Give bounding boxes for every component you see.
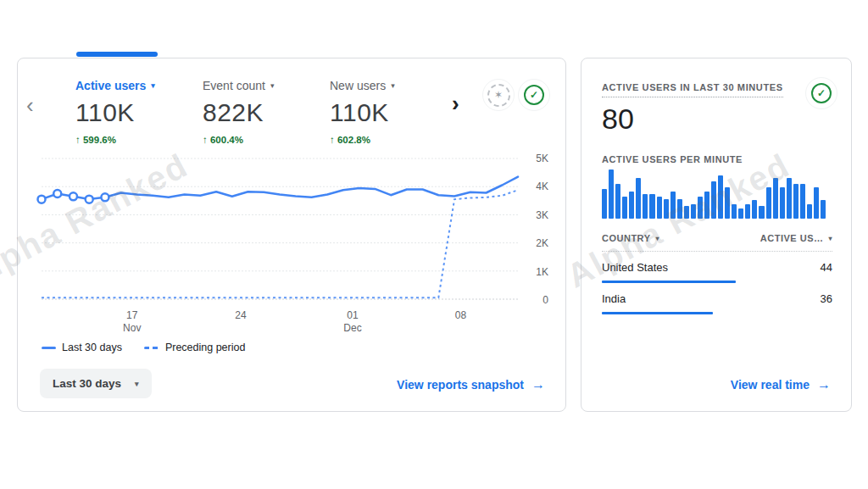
realtime-card: ACTIVE USERS IN LAST 30 MINUTES ✓ 80 ACT… xyxy=(581,58,852,412)
prev-metrics-chevron-icon[interactable]: ‹ xyxy=(26,94,34,116)
minute-bar xyxy=(622,197,627,219)
country-name: United States xyxy=(602,261,668,274)
chevron-down-icon: ▾ xyxy=(391,81,395,90)
legend-preceding-period: Preceding period xyxy=(144,342,246,353)
dashed-line-swatch-icon xyxy=(144,347,159,349)
minute-bar xyxy=(643,194,648,219)
minute-bar xyxy=(821,200,826,219)
minute-bar xyxy=(615,184,620,219)
chart-legend: Last 30 days Preceding period xyxy=(42,342,245,353)
minute-bar xyxy=(629,192,634,219)
insights-icon: ✶ xyxy=(487,84,510,107)
minute-bar xyxy=(725,187,730,219)
minute-bar xyxy=(718,175,723,219)
per-minute-bar-chart xyxy=(602,169,826,219)
metric-label: Active users xyxy=(75,79,146,92)
minute-bar xyxy=(800,184,805,219)
column-header-active-users[interactable]: ACTIVE US… ▾ xyxy=(760,233,832,243)
metric-value: 110K xyxy=(75,98,155,127)
minute-bar xyxy=(766,187,771,219)
minute-bar xyxy=(738,208,743,219)
arrow-right-icon: → xyxy=(531,377,545,392)
minute-bar xyxy=(670,192,676,219)
arrow-right-icon: → xyxy=(817,377,831,392)
metric-delta: ↑ 602.8% xyxy=(330,135,395,145)
minute-bar xyxy=(664,199,669,219)
data-point-marker xyxy=(101,193,108,201)
chevron-down-icon: ▾ xyxy=(135,380,139,388)
data-quality-button[interactable]: ✓ xyxy=(805,77,837,109)
legend-label: Last 30 days xyxy=(62,342,122,353)
insights-button[interactable]: ✶ xyxy=(482,79,515,111)
minute-bar xyxy=(609,169,614,219)
country-table: COUNTRY ▾ ACTIVE US… ▾ United States 44 … xyxy=(602,233,832,314)
minute-bar xyxy=(752,200,757,219)
active-users-30min-value: 80 xyxy=(602,103,634,136)
minute-bar xyxy=(807,204,812,219)
trend-line-chart xyxy=(42,158,518,299)
metric-delta: ↑ 600.4% xyxy=(203,135,274,145)
view-reports-snapshot-link[interactable]: View reports snapshot → xyxy=(397,377,545,392)
minute-bar xyxy=(704,192,709,219)
data-point-marker xyxy=(38,196,46,203)
link-label: View reports snapshot xyxy=(397,378,524,392)
data-point-marker xyxy=(70,192,77,200)
minute-bar xyxy=(745,204,750,219)
legend-label: Preceding period xyxy=(165,342,246,353)
metric-value: 822K xyxy=(203,98,274,127)
per-minute-chart-title: ACTIVE USERS PER MINUTE xyxy=(602,154,743,164)
y-tick-label: 1K xyxy=(536,266,548,278)
x-tick-label: 17Nov xyxy=(123,309,141,335)
chevron-down-icon: ▾ xyxy=(828,235,832,242)
x-tick-label: 08 xyxy=(455,309,466,322)
selected-metric-tab-indicator xyxy=(76,52,158,57)
metric-tab-new-users[interactable]: New users▾ 110K ↑ 602.8% xyxy=(330,79,395,145)
check-circle-icon: ✓ xyxy=(811,83,832,103)
minute-bar xyxy=(759,206,764,219)
data-quality-button[interactable]: ✓ xyxy=(518,79,550,111)
country-name: India xyxy=(602,292,626,305)
date-range-label: Last 30 days xyxy=(53,377,121,390)
metric-label: New users xyxy=(330,79,386,92)
link-label: View real time xyxy=(731,378,810,392)
data-point-marker xyxy=(86,196,93,203)
minute-bar xyxy=(657,197,662,219)
metric-tab-active-users[interactable]: Active users▾ 110K ↑ 599.6% xyxy=(75,79,155,145)
minute-bar xyxy=(711,181,716,219)
chevron-down-icon: ▾ xyxy=(151,81,155,90)
minute-bar xyxy=(773,178,778,219)
next-metrics-chevron-icon[interactable]: › xyxy=(452,92,459,114)
country-value-bar xyxy=(602,281,736,283)
metric-tab-event-count[interactable]: Event count▾ 822K ↑ 600.4% xyxy=(203,79,274,145)
series-dashed-line xyxy=(42,190,518,297)
x-tick-label: 01Dec xyxy=(343,309,361,335)
data-point-marker xyxy=(53,190,61,197)
x-tick-label: 24 xyxy=(235,309,246,322)
minute-bar xyxy=(698,197,703,219)
view-real-time-link[interactable]: View real time → xyxy=(731,377,831,392)
realtime-title: ACTIVE USERS IN LAST 30 MINUTES xyxy=(602,82,783,97)
legend-last-30-days: Last 30 days xyxy=(42,342,122,353)
minute-bar xyxy=(602,189,607,219)
country-value-bar xyxy=(602,312,713,314)
metric-label: Event count xyxy=(203,79,265,92)
y-tick-label: 5K xyxy=(536,153,548,164)
y-axis-labels: 5K4K3K2K1K0 xyxy=(520,153,555,306)
chevron-down-icon: ▾ xyxy=(270,81,275,90)
metric-delta: ↑ 599.6% xyxy=(75,135,155,145)
chevron-down-icon: ▾ xyxy=(655,235,659,242)
minute-bar xyxy=(684,206,689,219)
table-row: United States 44 xyxy=(602,261,832,283)
series-solid-line xyxy=(42,177,518,200)
y-tick-label: 2K xyxy=(536,237,548,249)
country-value: 36 xyxy=(821,292,832,305)
y-tick-label: 3K xyxy=(536,209,548,221)
column-label: COUNTRY xyxy=(602,233,650,243)
date-range-dropdown[interactable]: Last 30 days ▾ xyxy=(40,369,152,398)
column-header-country[interactable]: COUNTRY ▾ xyxy=(602,233,659,243)
metric-value: 110K xyxy=(330,98,395,127)
overview-metrics-card: ‹ Active users▾ 110K ↑ 599.6% Event coun… xyxy=(17,58,566,412)
table-row: India 36 xyxy=(602,292,832,314)
minute-bar xyxy=(780,187,785,219)
minute-bar xyxy=(732,204,737,219)
